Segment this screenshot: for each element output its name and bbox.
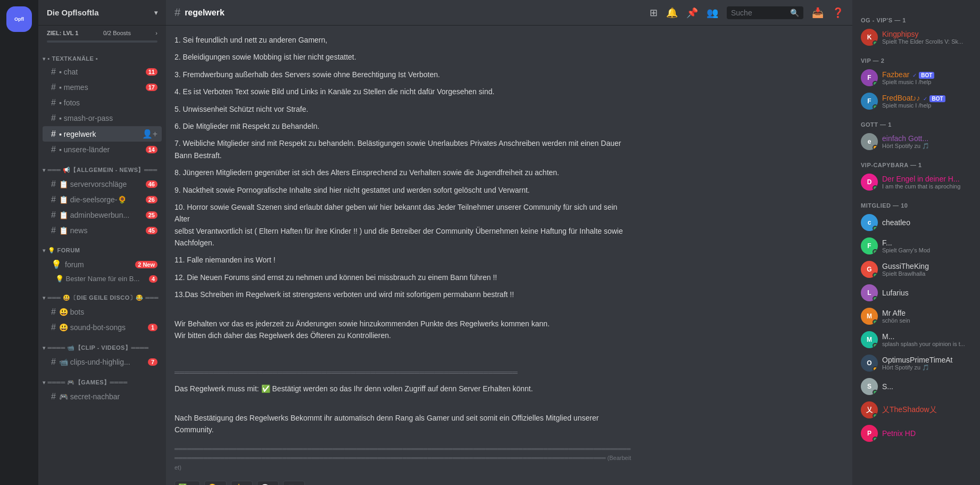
server-header[interactable]: Die Opflsoftla ▾	[38, 0, 166, 26]
reaction-count: 2	[297, 482, 301, 485]
member-m[interactable]: M M... splash splash your opinion is t..…	[857, 328, 976, 351]
channel-unsere-laender[interactable]: # ▪ unsere-länder 14	[43, 142, 162, 157]
rule-5: 5. Unwissenheit Schützt nicht vor Strafe…	[175, 103, 632, 115]
category-label: ▪ TEXTKANÄLE ▪	[48, 55, 98, 62]
header-icons: ⊞ 🔔 📌 👥 🔍 📥 ❓	[650, 6, 844, 19]
channel-clips[interactable]: # 📹 clips-und-highlig... 7	[43, 355, 162, 369]
reaction-laugh[interactable]: 😂 8	[204, 481, 226, 485]
rule-6: 6. Die Mitglieder mit Respekt zu Behande…	[175, 120, 632, 132]
people-icon[interactable]: 👥	[707, 7, 718, 19]
rule-2: 2. Beleidigungen sowie Mobbing ist hier …	[175, 51, 632, 63]
member-name: Kingphipsy	[882, 30, 971, 38]
members-icon[interactable]: ⊞	[650, 7, 658, 19]
category-allgemein[interactable]: ▾ ═══ 📢【ALLGEMEIN - NEWS】═══	[38, 158, 166, 176]
reaction-speech[interactable]: 💬 5	[257, 481, 279, 485]
member-avatar: K	[861, 29, 878, 46]
member-f[interactable]: F F... Spielt Garry's Mod	[857, 234, 976, 258]
status-online-dot	[873, 296, 878, 301]
channel-smash-or-pass[interactable]: # ▪ smash-or-pass	[43, 111, 162, 126]
member-avatar: F	[861, 69, 878, 86]
badge-count: 1	[148, 324, 157, 331]
channel-name: 😃 bots	[59, 308, 157, 316]
member-s[interactable]: S S...	[857, 375, 976, 398]
chevron-down-icon: ▾	[154, 9, 157, 17]
member-info: Petnix HD	[882, 429, 971, 438]
channel-name: 📋 die-seelsorge-🌻	[59, 195, 146, 204]
search-input[interactable]	[731, 9, 790, 17]
member-info: FredBoat♪♪ ✓BOT Spielt music I /help	[882, 94, 971, 109]
member-name: Petnix HD	[882, 429, 971, 438]
category-clips[interactable]: ▾ ════ 📹【CLIP - VIDEOS】════	[38, 335, 166, 354]
status-online-dot	[873, 319, 878, 325]
add-member-icon: 👤+	[142, 129, 157, 139]
reaction-count: 8	[219, 482, 222, 485]
inbox-icon[interactable]: 📥	[812, 7, 824, 19]
reaction-count: 53	[189, 482, 196, 485]
category-forum[interactable]: ▾ 💡 FORUM	[38, 239, 166, 256]
reaction-bar: ✅ 53 😂 8 🖕 6 💬 5 🎮 2	[175, 476, 632, 485]
channel-memes[interactable]: # ▪ memes 17	[43, 80, 162, 95]
member-cheatleo[interactable]: c cheatleo	[857, 211, 976, 234]
forum-sub-item[interactable]: 💡 Bester Name für ein B... 4	[43, 273, 162, 285]
hash-icon: #	[175, 6, 180, 19]
member-lufarius[interactable]: L Lufarius	[857, 281, 976, 305]
bell-icon[interactable]: 🔔	[666, 7, 678, 19]
member-optimus[interactable]: O OptimusPrimeTimeAt Hört Spotify zu 🎵	[857, 351, 976, 375]
help-icon[interactable]: ❓	[832, 7, 844, 19]
status-idle-dot	[873, 145, 878, 150]
pin-icon[interactable]: 📌	[686, 7, 698, 19]
channel-name: ▪ memes	[59, 83, 146, 92]
channel-servervorschlaege[interactable]: # 📋 servervorschläge 46	[43, 177, 162, 192]
channel-chat[interactable]: # ▪ chat 11	[43, 64, 162, 79]
channel-regelwerk[interactable]: # ▪ regelwerk 👤+	[43, 126, 162, 142]
channel-seelsorge[interactable]: # 📋 die-seelsorge-🌻 26	[43, 192, 162, 207]
status-online-dot	[873, 226, 878, 231]
member-info: einfach Gott... Hört Spotify zu 🎵	[882, 134, 971, 150]
reaction-checkmark[interactable]: ✅ 53	[175, 481, 200, 485]
rules-content: 1. Sei freundlich und nett zu anderen Ga…	[175, 34, 632, 485]
member-petnix[interactable]: P Petnix HD	[857, 422, 976, 445]
member-avatar: S	[861, 378, 878, 395]
server-icon[interactable]: Opfl	[6, 6, 32, 32]
hash-icon: #	[51, 129, 56, 139]
category-games[interactable]: ▾ ════ 🎮【GAMES】════	[38, 370, 166, 389]
reaction-game[interactable]: 🎮 2	[283, 481, 305, 485]
rule-13: 13.Das Schreiben im Regelwerk ist streng…	[175, 289, 632, 300]
message-area: 1. Sei freundlich und nett zu anderen Ga…	[166, 26, 852, 485]
badge-count: 25	[146, 211, 157, 219]
member-gussik[interactable]: G GussiTheKing Spielt Brawlhalla	[857, 258, 976, 281]
search-box[interactable]: 🔍	[727, 6, 803, 19]
member-einfach-gott[interactable]: e einfach Gott... Hört Spotify zu 🎵	[857, 130, 976, 153]
member-mr-affe[interactable]: M Mr Affe schön sein	[857, 305, 976, 328]
channel-adminbewerbung[interactable]: # 📋 adminbewerbun... 25	[43, 208, 162, 223]
server-icon-bar: Opfl	[0, 0, 38, 485]
member-fazbear[interactable]: F Fazbear ✓BOT Spielt music I /help	[857, 66, 976, 89]
category-disco[interactable]: ▾ ═══ 😃〔DIE GEILE DISCO〕😂 ═══	[38, 285, 166, 304]
rule-8: 8. Jüngeren Mitgliedern gegenüber ist si…	[175, 167, 632, 178]
channel-news[interactable]: # 📋 news 45	[43, 223, 162, 238]
channel-fotos[interactable]: # ▪ fotos	[43, 95, 162, 110]
member-fredboat[interactable]: F FredBoat♪♪ ✓BOT Spielt music I /help	[857, 89, 976, 113]
channel-sound-bot-songs[interactable]: # 😃 sound-bot-songs 1	[43, 320, 162, 335]
boost-bar[interactable]: ZIEL: LVL 1 0/2 Boosts ›	[38, 26, 166, 40]
reaction-emoji: 🖕	[235, 482, 243, 485]
member-avatar: M	[861, 331, 878, 348]
rule-9: 9. Nacktheit sowie Pornografische Inhalt…	[175, 184, 632, 196]
channel-title: regelwerk	[185, 8, 225, 18]
member-kingphipsy[interactable]: K Kingphipsy Spielt The Elder Scrolls V:…	[857, 26, 976, 49]
rule-11: 11. Falle niemanden ins Wort !	[175, 254, 632, 266]
hash-icon: #	[51, 98, 56, 108]
hash-icon: #	[51, 195, 56, 204]
member-der-engel[interactable]: D Der Engel in deiner H... I am the cum …	[857, 170, 976, 194]
channel-name: 📋 news	[59, 226, 146, 235]
member-avatar: M	[861, 308, 878, 325]
channel-bots[interactable]: # 😃 bots	[43, 305, 162, 319]
channel-forum[interactable]: 💡 forum 2 New	[43, 257, 162, 272]
reaction-finger[interactable]: 🖕 6	[231, 481, 253, 485]
member-theshadow[interactable]: 乂 乂TheShadow乂	[857, 398, 976, 422]
channel-secret-nachbar[interactable]: # 🎮 secret-nachbar	[43, 389, 162, 404]
category-textkanale[interactable]: ▾ ▪ TEXTKANÄLE ▪	[38, 47, 166, 64]
rule-3: 3. Fremdwerbung außerhalb des Servers so…	[175, 69, 632, 80]
status-online-dot	[873, 413, 878, 418]
channel-name: ▪ regelwerk	[59, 130, 140, 138]
